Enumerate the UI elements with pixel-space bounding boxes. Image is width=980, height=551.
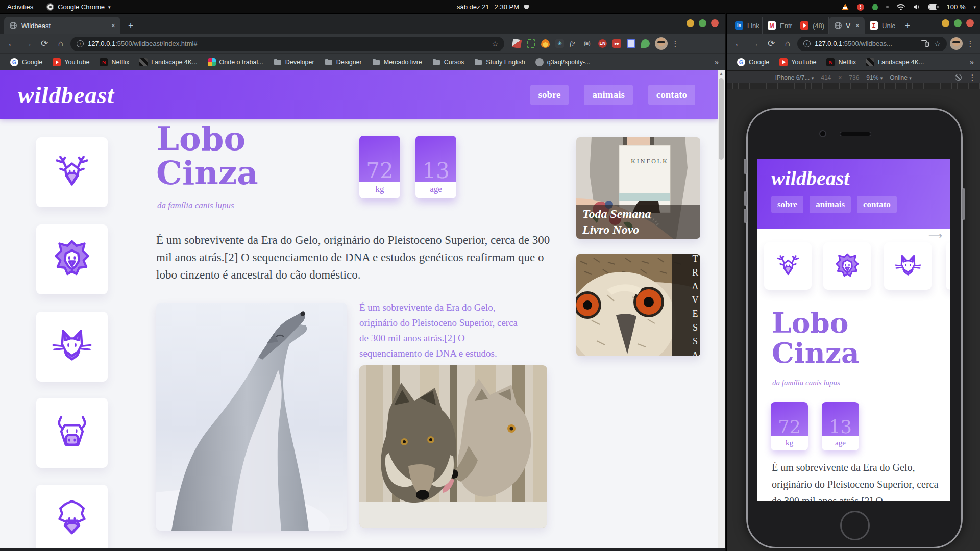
bookmark-folder-cursos[interactable]: Cursos — [428, 57, 469, 68]
new-tab-button[interactable]: + — [124, 18, 138, 33]
bookmark-landscape[interactable]: Landscape 4K... — [135, 57, 201, 68]
tab-gmail[interactable]: M Entr — [763, 17, 795, 34]
minimize-button[interactable] — [942, 19, 949, 27]
volume-icon[interactable] — [913, 4, 920, 10]
nav-sobre[interactable]: sobre — [530, 85, 569, 105]
tab-close-icon[interactable]: × — [855, 21, 860, 30]
bookmark-google[interactable]: GGoogle — [6, 57, 46, 68]
back-button[interactable]: ← — [5, 39, 18, 49]
app-tray-icon[interactable] — [872, 4, 878, 10]
device-toolbar-icon[interactable] — [921, 40, 929, 47]
activities-button[interactable]: Activities — [7, 3, 33, 11]
battery-icon[interactable] — [928, 4, 939, 10]
address-bar[interactable]: i 127.0.0.1:5500/wildbeas... ☆ — [797, 37, 947, 51]
chrome-menu-icon[interactable]: ⋮ — [966, 39, 975, 48]
animal-card-deer[interactable] — [36, 137, 108, 207]
wifi-icon[interactable] — [897, 4, 905, 10]
react-devtools-icon[interactable]: ✳ — [555, 39, 564, 48]
close-window-button[interactable] — [711, 19, 719, 27]
bookmark-folder-study[interactable]: Study English — [470, 57, 529, 68]
bookmark-youtube[interactable]: YouTube — [48, 57, 93, 68]
screenshot-extension-icon[interactable] — [527, 39, 535, 48]
profile-avatar[interactable] — [655, 37, 668, 50]
forward-button[interactable]: → — [748, 39, 762, 49]
bookmark-star-icon[interactable]: ☆ — [934, 40, 941, 48]
scroll-up-icon[interactable]: ▲ — [718, 70, 725, 78]
new-tab-button[interactable]: + — [900, 18, 915, 33]
bookmark-folder-developer[interactable]: Developer — [270, 57, 318, 68]
animal-card-cat[interactable] — [36, 312, 108, 382]
app-menu[interactable]: Google Chrome ▾ — [46, 3, 110, 11]
nav-sobre[interactable]: sobre — [771, 196, 803, 213]
balloon-extension-icon[interactable] — [641, 39, 650, 48]
carousel-arrow-icon[interactable]: ⟶ — [928, 230, 942, 241]
tab-wildbeast[interactable]: Wildbeast × — [4, 17, 120, 34]
ln-extension-icon[interactable]: LN — [598, 39, 607, 48]
bookmark-netflix[interactable]: NNetflix — [822, 57, 860, 68]
tab-youtube[interactable]: (48) — [795, 17, 829, 34]
chrome-menu-icon[interactable]: ⋮ — [671, 39, 680, 48]
home-button[interactable]: ⌂ — [54, 39, 67, 49]
nav-animais[interactable]: animais — [584, 85, 632, 105]
animal-card-lion[interactable] — [36, 224, 108, 294]
nav-animais[interactable]: animais — [810, 196, 851, 213]
bookmark-folder-mercado[interactable]: Mercado livre — [368, 57, 426, 68]
annotate-extension-icon[interactable] — [512, 39, 522, 49]
bookmark-slack[interactable]: Onde o trabal... — [204, 57, 267, 68]
ad-travessa-banner[interactable]: TRAVESSA — [576, 254, 700, 356]
ad-kinfolk-banner[interactable]: KINFOLK Toda SemanaLivro Novo — [576, 137, 700, 239]
viewport-width[interactable]: 414 — [821, 74, 831, 81]
site-info-icon[interactable]: i — [77, 40, 84, 47]
bookmarks-overflow-icon[interactable]: » — [970, 58, 974, 66]
devtools-menu-icon[interactable]: ⋮ — [968, 73, 977, 82]
zoom-select[interactable]: 91% ▾ — [866, 74, 883, 81]
tab-wildbeast-mobile[interactable]: V × — [829, 17, 865, 34]
bookmark-folder-designer[interactable]: Designer — [321, 57, 366, 68]
nav-contato[interactable]: contato — [648, 85, 695, 105]
tab-linkedin[interactable]: in Link — [730, 17, 763, 34]
bookmark-star-icon[interactable]: ☆ — [492, 40, 498, 48]
reload-button[interactable]: ⟳ — [765, 38, 778, 49]
fonts-extension-icon[interactable]: f? — [570, 39, 578, 48]
animal-card-cat[interactable] — [884, 242, 932, 290]
back-button[interactable]: ← — [732, 39, 745, 49]
tab-unicode[interactable]: Σ Unic — [865, 17, 897, 34]
bookmarks-overflow-icon[interactable]: » — [715, 58, 719, 66]
maximize-button[interactable] — [954, 19, 962, 27]
nav-contato[interactable]: contato — [857, 196, 897, 213]
animal-card-deer[interactable] — [764, 242, 812, 290]
network-select[interactable]: Online ▾ — [890, 74, 912, 81]
bookmark-youtube[interactable]: YouTube — [775, 57, 820, 68]
forward-button[interactable]: → — [21, 39, 35, 49]
profile-avatar[interactable] — [950, 37, 963, 50]
site-logo[interactable]: wildbeast — [18, 81, 114, 109]
minimize-button[interactable] — [687, 19, 694, 27]
home-button[interactable]: ⌂ — [781, 39, 794, 49]
reload-button[interactable]: ⟳ — [38, 38, 51, 49]
animal-card-bull[interactable] — [36, 398, 108, 468]
caret-down-icon[interactable]: ▾ — [973, 5, 976, 10]
close-window-button[interactable] — [966, 19, 974, 27]
animal-card-lion[interactable] — [823, 242, 871, 290]
tab-close-icon[interactable]: × — [111, 21, 115, 30]
device-select[interactable]: iPhone 6/7... ▾ — [775, 74, 814, 81]
vlc-tray-icon[interactable] — [842, 4, 849, 10]
selection-extension-icon[interactable] — [627, 39, 635, 48]
page-scrollbar[interactable]: ▲ — [718, 70, 725, 548]
bookmark-landscape[interactable]: Landscape 4K... — [862, 57, 928, 68]
clock[interactable]: sáb dez 21 2:30 PM — [457, 3, 529, 11]
alert-tray-icon[interactable]: ! — [857, 4, 864, 11]
animal-card-bull[interactable] — [946, 242, 950, 290]
scrollbar-thumb[interactable] — [719, 78, 724, 160]
viewport-height[interactable]: 736 — [849, 74, 859, 81]
animal-card-sheep[interactable] — [36, 485, 108, 548]
address-bar[interactable]: i 127.0.0.1:5500/wildbeast/index.html# ☆ — [70, 37, 504, 51]
bookmark-spotify[interactable]: q3aql/spotify-... — [531, 57, 595, 68]
brackets-extension-icon[interactable]: (≡) — [584, 39, 593, 48]
site-info-icon[interactable]: i — [803, 40, 811, 47]
player-extension-icon[interactable]: ▶▶ — [612, 39, 621, 48]
no-throttle-icon[interactable] — [955, 74, 962, 81]
flame-extension-icon[interactable] — [541, 39, 550, 48]
maximize-button[interactable] — [699, 19, 706, 27]
bookmark-netflix[interactable]: NNetflix — [95, 57, 133, 68]
